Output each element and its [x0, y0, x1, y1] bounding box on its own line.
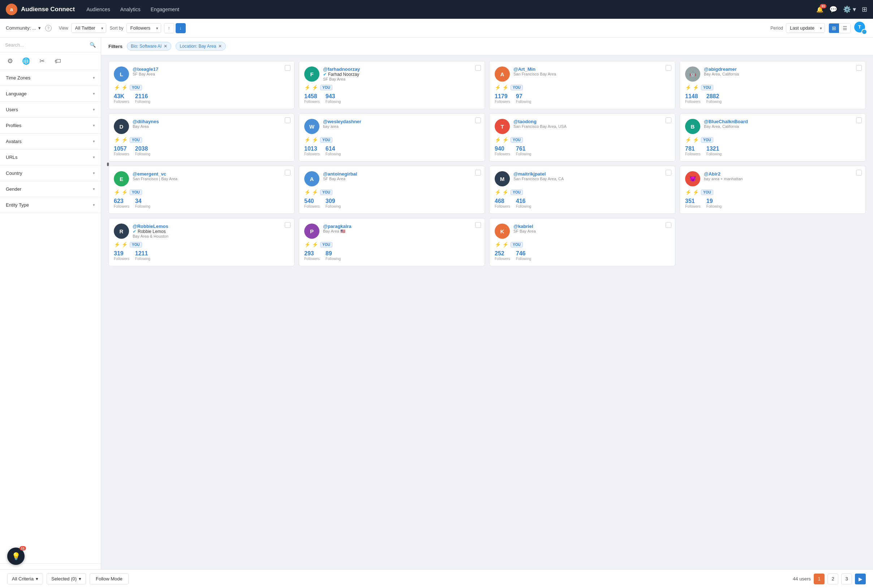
card-checkbox[interactable]	[475, 222, 481, 228]
sort-desc-button[interactable]: ↓	[176, 23, 186, 33]
action-icon-1[interactable]: ⚡	[304, 137, 310, 142]
filter-users[interactable]: Users ▾	[0, 102, 101, 118]
help-bubble[interactable]: 💡 11	[7, 548, 24, 565]
card-checkbox[interactable]	[856, 170, 862, 176]
community-selector[interactable]: Community: ... ▾	[6, 25, 41, 31]
card-checkbox[interactable]	[666, 117, 672, 123]
action-icon-2[interactable]: ⚡	[122, 242, 128, 248]
card-checkbox[interactable]	[856, 117, 862, 123]
card-username[interactable]: @taodong	[514, 119, 670, 124]
action-icon-1[interactable]: ⚡	[304, 242, 310, 248]
filter-country[interactable]: Country ▾	[0, 165, 101, 181]
card-username[interactable]: @maitrikjpatel	[514, 171, 670, 177]
all-criteria-button[interactable]: All Criteria ▾	[7, 573, 43, 584]
period-select[interactable]: Last update	[786, 23, 825, 33]
action-icon-2[interactable]: ⚡	[502, 189, 508, 195]
search-icon[interactable]: 🔍	[90, 42, 96, 48]
action-icon-1[interactable]: ⚡	[114, 84, 120, 90]
action-icon-2[interactable]: ⚡	[312, 84, 318, 90]
filter-gender[interactable]: Gender ▾	[0, 181, 101, 197]
nav-audiences[interactable]: Audiences	[86, 6, 110, 12]
action-icon-2[interactable]: ⚡	[312, 242, 318, 248]
cards-menu-button[interactable]: •••	[104, 162, 112, 165]
action-icon-1[interactable]: ⚡	[304, 84, 310, 90]
action-icon-2[interactable]: ⚡	[122, 189, 128, 195]
card-username[interactable]: @wesleydashner	[323, 119, 479, 124]
card-username[interactable]: @paragkalra	[323, 224, 479, 229]
notifications-button[interactable]: 🔔 31	[816, 6, 823, 13]
filter-avatars[interactable]: Avatars ▾	[0, 134, 101, 150]
filter-urls[interactable]: URLs ▾	[0, 150, 101, 165]
action-icon-2[interactable]: ⚡	[693, 189, 699, 195]
filter-language[interactable]: Language ▾	[0, 86, 101, 102]
action-icon-1[interactable]: ⚡	[685, 189, 691, 195]
action-icon-1[interactable]: ⚡	[304, 189, 310, 195]
card-username[interactable]: @lxeagle17	[132, 66, 289, 72]
filter-tag-icon[interactable]: 🏷	[53, 56, 63, 66]
list-view-button[interactable]: ☰	[840, 24, 850, 33]
grid-view-button[interactable]: ⊞	[829, 24, 839, 33]
action-icon-1[interactable]: ⚡	[114, 189, 120, 195]
card-username[interactable]: @diihaynes	[132, 119, 289, 124]
action-icon-2[interactable]: ⚡	[502, 84, 508, 90]
action-icon-2[interactable]: ⚡	[693, 84, 699, 90]
action-icon-2[interactable]: ⚡	[122, 84, 128, 90]
action-icon-2[interactable]: ⚡	[312, 137, 318, 142]
card-checkbox[interactable]	[666, 170, 672, 176]
messages-button[interactable]: 💬	[829, 5, 837, 14]
filter-time-zones[interactable]: Time Zones ▾	[0, 70, 101, 86]
settings-button[interactable]: ⚙️ ▾	[843, 5, 856, 14]
action-icon-1[interactable]: ⚡	[495, 137, 501, 142]
action-icon-1[interactable]: ⚡	[685, 84, 691, 90]
page-next-button[interactable]: ▶	[855, 573, 866, 584]
filter-scissors-icon[interactable]: ✂	[37, 56, 47, 66]
follow-mode-button[interactable]: Follow Mode	[90, 573, 129, 584]
card-username[interactable]: @Art_Min	[514, 66, 670, 72]
view-select[interactable]: All Twitter	[71, 23, 106, 33]
search-input[interactable]	[5, 42, 87, 48]
page-3-button[interactable]: 3	[841, 573, 852, 584]
card-checkbox[interactable]	[666, 65, 672, 71]
filter-sliders-icon[interactable]: ⚙	[5, 56, 15, 66]
action-icon-2[interactable]: ⚡	[312, 189, 318, 195]
card-username[interactable]: @Abir2	[704, 171, 860, 177]
card-username[interactable]: @emergent_vc	[132, 171, 289, 177]
action-icon-2[interactable]: ⚡	[502, 137, 508, 142]
filter-tag-location-remove[interactable]: ✕	[218, 44, 222, 49]
card-checkbox[interactable]	[475, 117, 481, 123]
action-icon-2[interactable]: ⚡	[693, 137, 699, 142]
card-username[interactable]: @BlueChalknBoard	[704, 119, 860, 124]
page-1-button[interactable]: 1	[814, 573, 825, 584]
selected-button[interactable]: Selected (0) ▾	[47, 573, 86, 584]
filter-entity-type[interactable]: Entity Type ▾	[0, 197, 101, 213]
card-username[interactable]: @RobbieLemos	[132, 224, 289, 229]
action-icon-1[interactable]: ⚡	[114, 242, 120, 248]
sort-asc-button[interactable]: ↑	[164, 23, 174, 33]
card-checkbox[interactable]	[285, 65, 290, 71]
filter-profiles[interactable]: Profiles ▾	[0, 118, 101, 134]
action-icon-2[interactable]: ⚡	[502, 242, 508, 248]
card-username[interactable]: @kabriel	[514, 224, 670, 229]
card-username[interactable]: @abigdreamer	[704, 66, 860, 72]
action-icon-1[interactable]: ⚡	[495, 242, 501, 248]
filter-tag-bio-remove[interactable]: ✕	[164, 44, 167, 49]
card-checkbox[interactable]	[285, 170, 290, 176]
card-username[interactable]: @farhadnoorzay	[323, 66, 479, 72]
card-checkbox[interactable]	[475, 65, 481, 71]
community-help-icon[interactable]: ?	[45, 25, 52, 32]
action-icon-1[interactable]: ⚡	[685, 137, 691, 142]
grid-button[interactable]: ⊞	[862, 5, 867, 14]
page-2-button[interactable]: 2	[828, 573, 838, 584]
sort-select[interactable]: Followers	[126, 23, 161, 33]
nav-analytics[interactable]: Analytics	[120, 6, 141, 12]
card-checkbox[interactable]	[856, 65, 862, 71]
card-checkbox[interactable]	[285, 117, 290, 123]
action-icon-1[interactable]: ⚡	[495, 84, 501, 90]
card-username[interactable]: @antoinegirbal	[323, 171, 479, 177]
user-avatar-combo[interactable]: T 🐦	[854, 22, 867, 34]
filter-globe-icon[interactable]: 🌐	[21, 56, 31, 66]
card-checkbox[interactable]	[285, 222, 290, 228]
action-icon-1[interactable]: ⚡	[114, 137, 120, 142]
card-checkbox[interactable]	[666, 222, 672, 228]
card-checkbox[interactable]	[475, 170, 481, 176]
